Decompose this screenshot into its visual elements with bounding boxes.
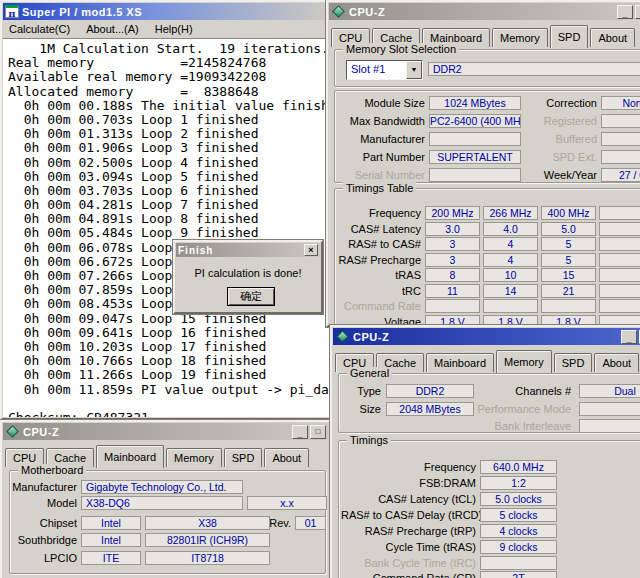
output-line: 0h 00m 03.703s Loop 6 finished — [8, 184, 342, 198]
finish-dialog: Finish × PI calculation is done! 确定 — [173, 240, 323, 314]
cell: 266 MHz — [483, 206, 538, 220]
ok-button[interactable]: 确定 — [227, 287, 275, 306]
cpuz-spd-window: CPU-Z _ □ CPU Cache Mainboard Memory SPD… — [326, 0, 640, 327]
tab-memory[interactable]: Memory — [166, 448, 222, 467]
tab-about[interactable]: About — [264, 448, 309, 467]
close-icon[interactable]: × — [304, 244, 318, 256]
model-value: X38-DQ6 — [81, 496, 243, 510]
output-line: 0h 00m 10.203s Loop 17 finished — [8, 340, 342, 354]
spd-ext-label: SPD Ext. — [529, 151, 597, 164]
menu-about[interactable]: About...(A) — [86, 23, 139, 35]
tab-spd[interactable]: SPD — [550, 25, 589, 48]
fsb-dram-label: FSB:DRAM — [341, 477, 476, 490]
max-bandwidth-label: Max Bandwidth — [337, 115, 425, 128]
cell: 5.0 — [541, 222, 596, 236]
cell — [425, 299, 480, 313]
registered-value — [601, 114, 640, 128]
type-value: DDR2 — [386, 384, 474, 398]
tcl-label: CAS# Latency (tCL) — [341, 493, 476, 506]
cell — [541, 299, 596, 313]
part-number-value: SUPERTALENT — [429, 150, 521, 164]
cpuz-memory-titlebar[interactable]: CPU-Z _ □ — [333, 328, 640, 345]
spd-module-group: Module Size Max Bandwidth Manufacturer P… — [334, 90, 640, 183]
buffered-value — [601, 132, 640, 146]
cell — [483, 299, 538, 313]
model-version-value: x.x — [247, 496, 327, 510]
trc-label: Bank Cycle Time (tRC) — [341, 557, 476, 570]
manufacturer-label: Manufacturer — [337, 133, 425, 146]
minimize-icon: _ — [618, 8, 632, 20]
tras-label: tRAS — [337, 269, 421, 282]
cell: 21 — [541, 284, 596, 298]
menu-help[interactable]: Help(H) — [155, 23, 193, 35]
cell: 5 — [541, 253, 596, 267]
output-line — [8, 397, 342, 411]
trp-label: RAS# Precharge (tRP) — [341, 525, 476, 538]
output-line: 0h 00m 05.484s Loop 9 finished — [8, 226, 342, 240]
finish-dialog-message: PI calculation is done! — [175, 267, 321, 279]
southbridge-brand-value: Intel — [81, 533, 141, 547]
output-line: 0h 00m 02.500s Loop 4 finished — [8, 156, 342, 170]
chipset-model-value: X38 — [145, 516, 270, 530]
tras-value: 9 clocks — [480, 540, 557, 554]
tab-about[interactable]: About — [590, 28, 635, 47]
cell — [599, 222, 640, 236]
frequency-value: 640.0 MHz — [480, 460, 557, 474]
superpi-titlebar[interactable]: π Super PI / mod1.5 XS — [3, 3, 342, 20]
size-value: 2048 MBytes — [386, 402, 474, 416]
finish-dialog-titlebar[interactable]: Finish × — [176, 243, 320, 257]
cpuz-mainboard-titlebar[interactable]: CPU-Z _ □ — [3, 423, 328, 440]
minimize-button[interactable]: _ — [292, 425, 308, 439]
output-line: Real memory =2145824768 — [8, 56, 342, 70]
output-line: 0h 00m 00.703s Loop 1 finished — [8, 113, 342, 127]
cell: 4.0 — [483, 222, 538, 236]
southbridge-model-value: 82801IR (ICH9R) — [145, 533, 270, 547]
serial-number-value — [429, 168, 521, 182]
minimize-button[interactable]: _ — [617, 5, 633, 19]
output-line: 0h 00m 09.641s Loop 16 finished — [8, 326, 342, 340]
tab-about[interactable]: About — [594, 353, 639, 372]
minimize-button[interactable]: _ — [621, 330, 637, 344]
superpi-title: Super PI / mod1.5 XS — [22, 6, 142, 18]
maximize-icon: □ — [311, 426, 325, 438]
memory-timings-group: Timings Frequency 640.0 MHz FSB:DRAM 1:2… — [338, 440, 640, 578]
tab-mainboard[interactable]: Mainboard — [96, 445, 164, 468]
chevron-down-icon[interactable]: ▼ — [406, 61, 422, 79]
ras-precharge-label: RAS# Precharge — [337, 254, 421, 267]
tab-memory[interactable]: Memory — [496, 350, 552, 373]
correction-label: Correction — [529, 97, 597, 110]
group-label: Motherboard — [18, 464, 86, 477]
output-line: 0h 00m 00.188s The initial value finishe… — [8, 99, 342, 113]
memory-type-field: DDR2 — [428, 62, 640, 76]
tab-spd[interactable]: SPD — [554, 353, 593, 372]
command-rate-label: Command Rate (CR) — [341, 572, 476, 578]
manufacturer-label: Manufacturer — [10, 481, 77, 494]
cell: 8 — [425, 268, 480, 282]
maximize-icon: □ — [636, 6, 640, 18]
command-rate-label: Command Rate — [337, 300, 421, 313]
registered-label: Registered — [529, 115, 597, 128]
rev-value: 01 — [295, 516, 326, 530]
cell — [599, 253, 640, 267]
trc-label: tRC — [337, 285, 421, 298]
menu-calculate[interactable]: Calculate(C) — [9, 23, 70, 35]
cell: 3.0 — [425, 222, 480, 236]
tab-memory[interactable]: Memory — [492, 28, 548, 47]
max-bandwidth-value: PC2-6400 (400 MHz) — [429, 114, 521, 128]
channels-value: Dual — [579, 384, 640, 398]
module-size-value: 1024 MBytes — [429, 96, 521, 110]
trcd-label: RAS# to CAS# Delay (tRCD) — [341, 509, 476, 522]
group-label: Memory Slot Selection — [343, 43, 459, 56]
superpi-output: 1M Calculation Start. 19 iterations.Real… — [3, 39, 342, 417]
tab-mainboard[interactable]: Mainboard — [426, 353, 494, 372]
maximize-button[interactable]: □ — [310, 425, 326, 439]
correction-value: None — [601, 96, 640, 110]
tab-spd[interactable]: SPD — [224, 448, 263, 467]
chipset-brand-value: Intel — [81, 516, 141, 530]
finish-dialog-title: Finish — [178, 245, 213, 256]
slot-selector[interactable]: Slot #1 ▼ — [346, 60, 423, 80]
cpuz-spd-titlebar[interactable]: CPU-Z _ □ — [329, 3, 640, 20]
frequency-label: Frequency — [341, 461, 476, 474]
maximize-button[interactable]: □ — [635, 5, 640, 19]
group-label: Timings — [347, 434, 391, 447]
